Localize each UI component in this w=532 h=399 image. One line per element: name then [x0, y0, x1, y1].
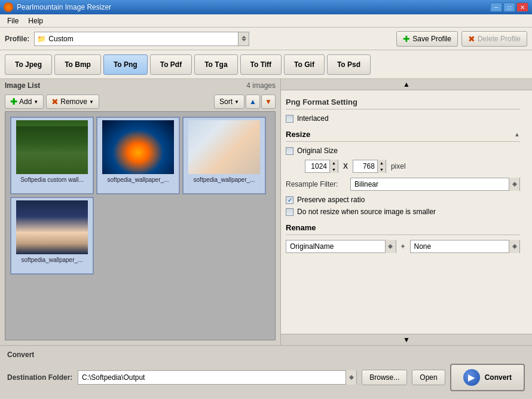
browse-label: Browse... — [369, 373, 399, 382]
window-controls: ─ □ ✕ — [490, 2, 528, 12]
resize-scroll-up[interactable]: ▲ — [514, 131, 520, 138]
minimize-button[interactable]: ─ — [490, 2, 502, 12]
tab-gif[interactable]: To Gif — [284, 54, 325, 75]
png-format-section: Png Format Setting — [286, 95, 520, 109]
original-size-label: Original Size — [297, 147, 338, 155]
rename-name-select[interactable]: OriginalName — [286, 240, 396, 253]
remove-arrow-icon: ▼ — [89, 99, 94, 105]
dest-value: C:\Softpedia\Output — [78, 372, 346, 383]
height-up-arrow[interactable]: ▲ — [378, 160, 386, 166]
tab-tga[interactable]: To Tga — [194, 54, 237, 75]
menu-help[interactable]: Help — [23, 16, 48, 26]
format-tabs: To Jpeg To Bmp To Png To Pdf To Tga To T… — [0, 50, 532, 79]
interlaced-checkbox[interactable] — [286, 115, 293, 123]
preserve-aspect-label: Preserve aspect ratio — [297, 196, 365, 204]
settings-scroll-down[interactable]: ▼ — [281, 334, 532, 345]
resample-select[interactable]: Bilinear — [350, 178, 520, 191]
add-label: Add — [19, 98, 32, 106]
rename-suffix-value: None — [411, 241, 509, 252]
sort-group: Sort ▼ ▲ ▼ — [214, 95, 276, 109]
arrow-down-icon — [241, 39, 246, 41]
menu-bar: File Help — [0, 14, 532, 28]
save-profile-button[interactable]: ✚ Save Profile — [396, 31, 458, 47]
tab-pdf[interactable]: To Pdf — [150, 54, 192, 75]
image-thumb-4 — [16, 200, 88, 254]
remove-icon: ✖ — [51, 97, 59, 106]
png-format-title: Png Format Setting — [286, 98, 357, 106]
width-up-arrow[interactable]: ▲ — [330, 160, 338, 166]
no-resize-label: Do not resize when source image is small… — [297, 208, 436, 216]
dest-input[interactable]: C:\Softpedia\Output — [78, 370, 357, 385]
list-item[interactable]: softpedia_wallpaper_... — [10, 197, 94, 275]
rename-down-icon — [388, 246, 393, 249]
height-spinbox[interactable]: ▲ ▼ — [353, 160, 386, 173]
convert-button[interactable]: ▶ Convert — [450, 364, 525, 391]
height-input[interactable] — [353, 160, 377, 172]
tab-bmp[interactable]: To Bmp — [54, 54, 101, 75]
rename-suffix-arrow[interactable] — [509, 240, 519, 253]
tab-psd[interactable]: To Psd — [327, 54, 371, 75]
move-up-button[interactable]: ▲ — [246, 95, 260, 109]
profile-select[interactable]: 📁 Custom — [34, 32, 249, 46]
image-thumb-1 — [16, 120, 88, 174]
down-arrow-icon: ▼ — [265, 98, 272, 106]
width-input[interactable] — [305, 160, 329, 172]
rename-section: Rename OriginalName + None — [286, 223, 520, 253]
suffix-down-icon — [512, 246, 517, 249]
resize-title: Resize — [286, 130, 310, 139]
resample-dropdown-arrow[interactable] — [509, 178, 519, 191]
original-size-checkbox[interactable] — [286, 147, 293, 155]
width-down-arrow[interactable]: ▼ — [330, 166, 338, 173]
convert-section: Convert Destination Folder: C:\Softpedia… — [0, 345, 532, 399]
add-arrow-icon: ▼ — [33, 99, 38, 105]
maximize-button[interactable]: □ — [503, 2, 515, 12]
remove-button[interactable]: ✖ Remove ▼ — [46, 95, 99, 109]
browse-button[interactable]: Browse... — [362, 370, 407, 385]
arrow-up-icon — [241, 36, 246, 38]
width-spinbox[interactable]: ▲ ▼ — [305, 160, 338, 173]
rename-name-arrow[interactable] — [385, 240, 396, 253]
main-content: Image List 4 images ✚ Add ▼ ✖ Remove ▼ S… — [0, 79, 532, 345]
resample-down-icon — [512, 184, 517, 187]
dest-label: Destination Folder: — [7, 373, 73, 382]
sort-button[interactable]: Sort ▼ — [214, 95, 244, 109]
image-label-4: softpedia_wallpaper_... — [14, 257, 90, 263]
up-arrow-icon: ▲ — [249, 98, 256, 106]
menu-file[interactable]: File — [2, 16, 23, 26]
resize-header: Resize ▲ — [286, 130, 520, 142]
tab-jpeg[interactable]: To Jpeg — [5, 54, 52, 75]
save-icon: ✚ — [403, 34, 410, 44]
no-resize-checkbox[interactable] — [286, 208, 293, 216]
profile-buttons: ✚ Save Profile ✖ Delete Profile — [396, 31, 527, 47]
height-down-arrow[interactable]: ▼ — [378, 166, 386, 173]
list-item[interactable]: Softpedia custom wall... — [10, 117, 94, 194]
settings-panel: ▲ Png Format Setting Interlaced Resize ▲ — [281, 79, 532, 345]
open-button[interactable]: Open — [412, 370, 445, 385]
dest-dropdown-arrow[interactable] — [346, 370, 356, 385]
save-profile-label: Save Profile — [412, 35, 451, 43]
convert-label: Convert — [485, 373, 512, 382]
settings-scroll-up[interactable]: ▲ — [281, 79, 532, 90]
profile-dropdown-arrow[interactable] — [238, 32, 249, 45]
lady2-thumbnail — [16, 200, 88, 254]
move-down-button[interactable]: ▼ — [261, 95, 276, 109]
plus-separator: + — [401, 242, 405, 251]
tab-png[interactable]: To Png — [103, 54, 148, 75]
list-item[interactable]: softpedia_wallpaper_... — [182, 117, 266, 194]
close-button[interactable]: ✕ — [516, 2, 528, 12]
settings-content: Png Format Setting Interlaced Resize ▲ O… — [281, 90, 532, 263]
delete-profile-label: Delete Profile — [478, 35, 521, 43]
interlaced-row: Interlaced — [286, 114, 520, 123]
preserve-aspect-checkbox[interactable] — [286, 196, 293, 204]
remove-label: Remove — [60, 98, 87, 106]
resize-section: Resize ▲ Original Size ▲ ▼ — [286, 130, 520, 216]
delete-profile-button[interactable]: ✖ Delete Profile — [461, 31, 527, 47]
rename-suffix-select[interactable]: None — [410, 240, 521, 253]
app-icon — [4, 2, 13, 12]
list-item[interactable]: softpedia_wallpaper_... — [96, 117, 180, 194]
image-grid: Softpedia custom wall... softpedia_wallp… — [5, 111, 276, 340]
profile-folder-icon: 📁 — [37, 35, 46, 43]
tab-tiff[interactable]: To Tiff — [240, 54, 282, 75]
add-button[interactable]: ✚ Add ▼ — [5, 95, 44, 109]
image-list-panel: Image List 4 images ✚ Add ▼ ✖ Remove ▼ S… — [0, 79, 281, 345]
